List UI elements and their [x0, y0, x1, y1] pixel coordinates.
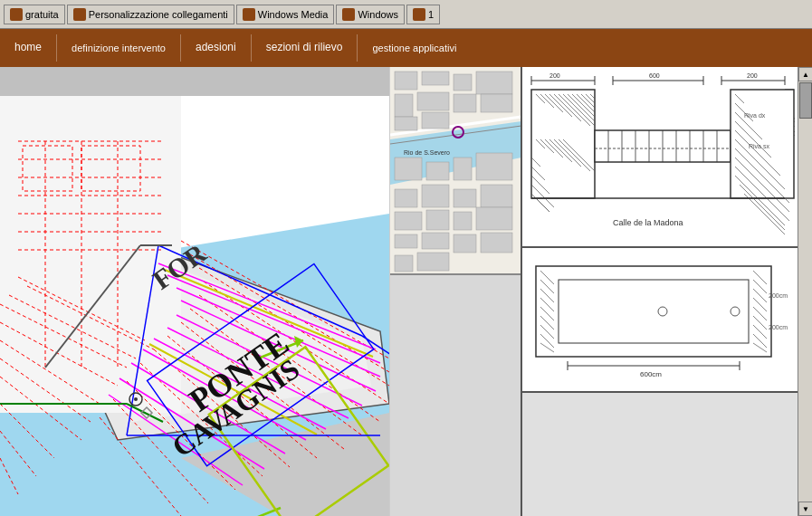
svg-text:200cm: 200cm — [769, 324, 788, 330]
svg-rect-116 — [476, 207, 512, 230]
svg-text:Riva sx: Riva sx — [749, 143, 769, 149]
taskbar-item-windows-media[interactable]: Windows Media — [236, 5, 335, 24]
svg-rect-118 — [422, 233, 449, 249]
svg-rect-119 — [454, 234, 476, 253]
svg-rect-99 — [481, 94, 512, 112]
svg-rect-97 — [417, 92, 449, 110]
taskbar-icon-4 — [342, 8, 355, 21]
taskbar: gratuita Personalizzazione collegamenti … — [0, 0, 812, 29]
svg-rect-94 — [454, 74, 472, 91]
nav-sezioni[interactable]: sezioni di rilievo — [252, 37, 358, 59]
scroll-down-arrow[interactable]: ▼ — [798, 502, 812, 516]
map-canal-label: Rio de S.Severo — [404, 149, 450, 156]
drawings-panel: 200 600 200 Height — [521, 67, 812, 516]
scroll-up-arrow[interactable]: ▲ — [798, 67, 812, 81]
taskbar-label-windows: Windows — [358, 9, 398, 20]
taskbar-icon-2 — [73, 8, 86, 21]
cad-panel: zoom corrente: 15 m — [0, 96, 389, 516]
svg-text:200cm: 200cm — [769, 292, 788, 299]
svg-rect-108 — [476, 153, 512, 180]
taskbar-icon-1 — [10, 8, 23, 21]
svg-rect-92 — [395, 72, 417, 90]
taskbar-item-gratuita[interactable]: gratuita — [4, 5, 65, 24]
svg-text:600: 600 — [649, 72, 660, 79]
taskbar-icon-5 — [413, 8, 425, 21]
svg-rect-105 — [395, 158, 422, 180]
main-layout: zoom corrente: 15 m — [0, 67, 812, 516]
taskbar-item-1[interactable]: 1 — [406, 5, 440, 24]
taskbar-label-windows-media: Windows Media — [258, 9, 329, 20]
nav-home[interactable]: home — [0, 37, 56, 59]
map-panel: Rio de S.Severo — [389, 67, 521, 516]
svg-rect-117 — [395, 234, 417, 248]
svg-rect-115 — [454, 212, 472, 230]
svg-text:200: 200 — [549, 72, 560, 79]
svg-rect-95 — [476, 72, 512, 94]
drawing-top: 200 600 200 Height — [522, 67, 812, 248]
taskbar-icon-3 — [243, 8, 255, 21]
taskbar-item-personalizzazione[interactable]: Personalizzazione collegamenti — [67, 5, 234, 24]
svg-rect-111 — [454, 189, 476, 207]
svg-rect-96 — [395, 94, 413, 117]
svg-rect-120 — [481, 233, 512, 253]
taskbar-label-personalizzazione: Personalizzazione collegamenti — [89, 9, 228, 20]
drawing-bottom: 600cm 200cm 200cm — [522, 248, 812, 393]
scroll-thumb[interactable] — [799, 82, 812, 119]
nav-adesioni[interactable]: adesioni — [181, 37, 251, 59]
svg-rect-93 — [422, 72, 449, 85]
svg-rect-112 — [481, 185, 512, 207]
svg-rect-122 — [417, 253, 449, 271]
svg-rect-197 — [559, 280, 749, 343]
taskbar-label-gratuita: gratuita — [25, 9, 59, 20]
taskbar-item-windows[interactable]: Windows — [336, 5, 405, 24]
svg-rect-110 — [422, 185, 449, 207]
svg-point-89 — [134, 397, 138, 401]
svg-rect-109 — [395, 189, 417, 207]
drawing-top-label: Calle de la Madona — [613, 218, 683, 227]
svg-text:200: 200 — [747, 72, 758, 79]
svg-rect-114 — [426, 210, 449, 230]
drawings-extra — [522, 393, 799, 516]
svg-text:600cm: 600cm — [640, 370, 662, 378]
cad-canvas[interactable]: FOR PONTE CAVAGNIS — [0, 96, 389, 516]
svg-rect-121 — [395, 255, 413, 272]
svg-rect-98 — [454, 94, 476, 112]
svg-rect-113 — [395, 212, 422, 230]
map-lower — [390, 275, 521, 516]
nav-gestione[interactable]: gestione applicativi — [358, 38, 471, 58]
svg-rect-107 — [454, 158, 472, 180]
svg-rect-23 — [0, 96, 181, 413]
nav-definizione[interactable]: definizione intervento — [57, 38, 180, 58]
svg-text:Riva dx: Riva dx — [744, 112, 766, 119]
scrollbar-right[interactable]: ▲ ▼ — [798, 67, 812, 516]
svg-rect-106 — [426, 162, 449, 180]
navbar: home definizione intervento adesioni sez… — [0, 29, 812, 67]
svg-rect-104 — [422, 112, 449, 129]
taskbar-label-1: 1 — [428, 9, 434, 20]
svg-rect-103 — [395, 117, 417, 130]
map-thumbnail[interactable]: Rio de S.Severo — [390, 67, 521, 275]
